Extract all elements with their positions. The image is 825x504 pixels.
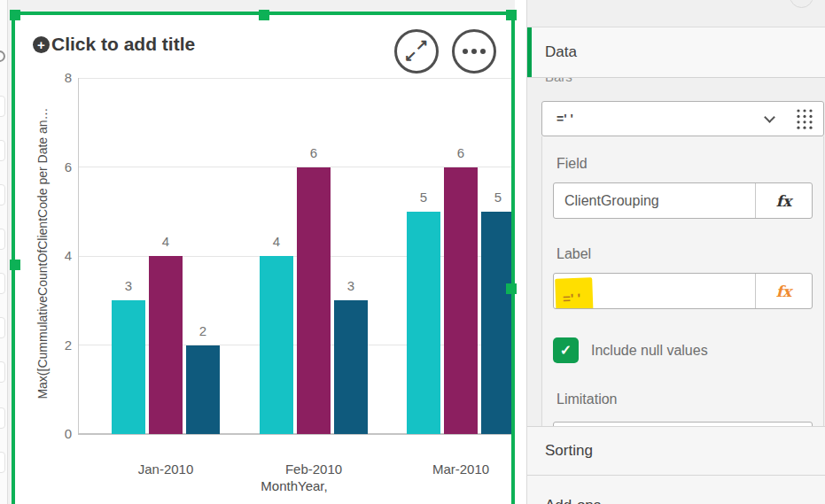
gridline <box>78 78 511 79</box>
bar-series-1-Mar-2010[interactable] <box>407 212 440 434</box>
section-header-data[interactable]: Data <box>527 27 825 78</box>
y-tick-label: 2 <box>40 337 72 353</box>
y-axis-line <box>78 78 79 434</box>
dimension-expression: =' ' <box>556 112 766 126</box>
active-section-accent <box>527 27 532 77</box>
bar-value-label: 3 <box>111 278 146 293</box>
resize-handle-top-center[interactable] <box>259 10 269 20</box>
field-input[interactable]: ClientGrouping <box>554 183 755 218</box>
asset-item-edge <box>0 407 5 429</box>
fx-expression-button[interactable]: fx <box>755 183 812 218</box>
panel-scroll-indicator <box>790 0 813 8</box>
asset-item-edge <box>0 273 5 294</box>
chart-card: + Click to add title ↗ ↙ Max([Cummulativ… <box>15 15 511 504</box>
app-root: + Click to add title ↗ ↙ Max([Cummulativ… <box>0 0 825 504</box>
fx-expression-button[interactable]: fx <box>755 274 812 308</box>
asset-item-edge <box>0 317 5 338</box>
bar-value-label: 3 <box>333 278 369 293</box>
bar-series-3-Jan-2010[interactable] <box>186 345 220 435</box>
asset-item-edge <box>0 96 5 117</box>
y-tick-label: 8 <box>40 70 72 86</box>
bar-value-label: 5 <box>480 190 511 205</box>
bar-series-1-Feb-2010[interactable] <box>260 256 293 434</box>
asset-item-edge <box>0 361 5 383</box>
resize-handle-top-left[interactable] <box>10 10 20 20</box>
bar-series-3-Feb-2010[interactable] <box>334 300 368 434</box>
asset-item-edge <box>0 140 5 161</box>
sheet-background <box>8 0 12 504</box>
label-label: Label <box>556 246 591 262</box>
bar-series-2-Mar-2010[interactable] <box>444 167 478 435</box>
bar-value-label: 4 <box>148 234 183 249</box>
field-input-group: ClientGrouping fx <box>553 182 813 219</box>
bar-series-2-Feb-2010[interactable] <box>297 167 331 435</box>
x-tick-label-Jan-2010: Jan-2010 <box>117 461 214 477</box>
y-tick-label: 6 <box>40 159 72 175</box>
chevron-down-icon <box>764 112 775 123</box>
search-icon[interactable] <box>0 50 5 62</box>
bar-series-2-Jan-2010[interactable] <box>149 256 183 434</box>
resize-handle-top-right[interactable] <box>506 10 517 20</box>
label-input[interactable]: =' ' <box>554 274 755 308</box>
dimension-properties: Field ClientGrouping fx Label =' ' fx ✓ … <box>541 136 824 426</box>
x-tick-label-Feb-2010: Feb-2010 <box>265 461 362 477</box>
section-label: Add-ons <box>545 497 601 504</box>
asset-item-edge <box>0 229 5 250</box>
resize-handle-left-middle[interactable] <box>10 260 20 270</box>
dimension-header-dropdown[interactable]: =' ' <box>541 101 824 136</box>
y-tick-label: 4 <box>40 248 72 264</box>
section-label: Sorting <box>545 442 593 460</box>
limitation-label: Limitation <box>556 392 617 407</box>
bar-value-label: 6 <box>443 145 479 160</box>
bar-series-1-Jan-2010[interactable] <box>112 300 145 434</box>
bar-value-label: 2 <box>185 323 221 338</box>
field-label: Field <box>556 156 588 172</box>
section-label: Data <box>545 43 577 61</box>
label-input-group: =' ' fx <box>553 273 813 309</box>
x-tick-label-Mar-2010: Mar-2010 <box>412 461 510 477</box>
properties-panel: Bars Data =' ' Field <box>526 0 825 504</box>
asset-item-edge <box>0 452 5 473</box>
plot-area: 02468342Jan-2010463Feb-2010565Mar-2010 <box>15 15 511 504</box>
highlighted-label-value: =' ' <box>555 277 594 309</box>
include-nulls-row: ✓ Include null values <box>553 337 708 363</box>
assets-panel-edge <box>0 0 8 504</box>
section-header-addons[interactable]: Add-ons <box>527 476 825 504</box>
include-nulls-checkbox[interactable]: ✓ <box>553 337 579 363</box>
bar-series-3-Mar-2010[interactable] <box>481 212 511 434</box>
asset-item-edge <box>0 184 5 205</box>
bar-value-label: 4 <box>259 234 294 249</box>
bar-value-label: 6 <box>296 145 331 160</box>
include-nulls-label: Include null values <box>591 343 708 359</box>
resize-handle-right-middle[interactable] <box>506 283 517 294</box>
y-tick-label: 0 <box>40 426 72 442</box>
x-axis-title: MonthYear, <box>161 478 427 493</box>
section-header-sorting[interactable]: Sorting <box>527 426 825 476</box>
bar-value-label: 5 <box>406 190 441 205</box>
drag-handle-icon[interactable] <box>795 107 814 131</box>
